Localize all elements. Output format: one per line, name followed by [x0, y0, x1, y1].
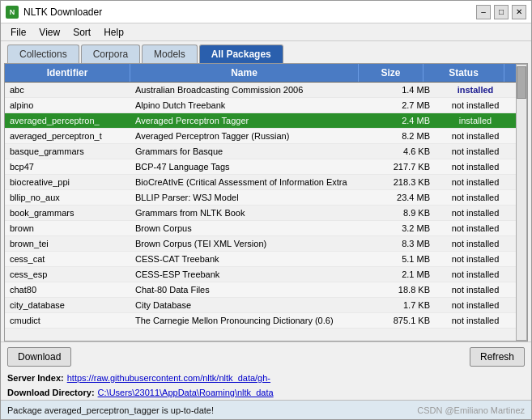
cell-name: Averaged Perceptron Tagger (Russian) — [130, 129, 370, 143]
cell-status: not installed — [435, 252, 516, 266]
cell-status: installed — [435, 83, 516, 97]
main-window: N NLTK Downloader – □ ✕ File View Sort H… — [0, 0, 532, 420]
scrollbar[interactable] — [516, 64, 527, 341]
download-dir-bar: Download Directory: C:\Users\23011\AppDa… — [1, 385, 531, 400]
table-row[interactable]: bllip_no_auxBLLIP Parser: WSJ Model23.4 … — [5, 190, 516, 206]
cell-size: 1.4 MB — [370, 83, 435, 97]
watermark: CSDN @Emiliano Martinez — [417, 405, 525, 415]
cell-status: not installed — [435, 98, 516, 112]
download-dir-path[interactable]: C:\Users\23011\AppData\Roaming\nltk_data — [98, 388, 274, 397]
menu-bar: File View Sort Help — [1, 23, 531, 41]
cell-status: not installed — [435, 221, 516, 235]
cell-size: 5.1 MB — [370, 252, 435, 266]
cell-identifier: biocreative_ppi — [5, 175, 130, 189]
tab-corpora[interactable]: Corpora — [81, 45, 140, 63]
cell-name: Brown Corpus (TEI XML Version) — [130, 236, 370, 251]
cell-name: Grammars from NLTK Book — [130, 206, 370, 220]
window-title: NLTK Downloader — [23, 6, 476, 18]
cell-status: not installed — [435, 206, 516, 220]
tab-collections[interactable]: Collections — [7, 45, 79, 63]
table-row[interactable]: cess_catCESS-CAT Treebank5.1 MBnot insta… — [5, 252, 516, 267]
cell-name: Chat-80 Data Files — [130, 282, 370, 297]
table-row[interactable]: abcAustralian Broadcasting Commission 20… — [5, 83, 516, 98]
scrollbar-thumb[interactable] — [517, 66, 526, 99]
cell-name: CESS-ESP Treebank — [130, 267, 370, 282]
table-row[interactable]: basque_grammarsGrammars for Basque4.6 KB… — [5, 144, 516, 159]
cell-status: not installed — [435, 267, 516, 282]
cell-identifier: brown_tei — [5, 236, 130, 251]
cell-identifier: cess_cat — [5, 252, 130, 266]
table-row[interactable]: biocreative_ppiBioCreAtIvE (Critical Ass… — [5, 175, 516, 190]
cell-name: BCP-47 Language Tags — [130, 159, 370, 174]
cell-identifier: basque_grammars — [5, 144, 130, 159]
download-button[interactable]: Download — [7, 347, 71, 367]
cell-name: BioCreAtIvE (Critical Assessment of Info… — [130, 175, 370, 189]
cell-status: not installed — [435, 129, 516, 143]
table-row[interactable]: city_databaseCity Database1.7 KBnot inst… — [5, 298, 516, 313]
table-row[interactable]: averaged_perceptron_Averaged Perceptron … — [5, 113, 516, 129]
table-row[interactable]: alpinoAlpino Dutch Treebank2.7 MBnot ins… — [5, 98, 516, 113]
window-controls: – □ ✕ — [476, 5, 526, 19]
table-row[interactable]: brown_teiBrown Corpus (TEI XML Version)8… — [5, 236, 516, 252]
server-index-url[interactable]: https://raw.githubusercontent.com/nltk/n… — [67, 373, 270, 383]
table-row[interactable]: averaged_perceptron_tAveraged Perceptron… — [5, 129, 516, 144]
cell-size: 8.3 MB — [370, 236, 435, 251]
cell-name: Alpino Dutch Treebank — [130, 98, 370, 112]
cell-size: 18.8 KB — [370, 282, 435, 297]
cell-size: 4.6 KB — [370, 144, 435, 159]
cell-name: Australian Broadcasting Commission 2006 — [130, 83, 370, 97]
minimize-button[interactable]: – — [476, 5, 491, 19]
table-row[interactable]: cess_espCESS-ESP Treebank2.1 MBnot insta… — [5, 267, 516, 282]
cell-identifier: book_grammars — [5, 206, 130, 220]
server-index-bar: Server Index: https://raw.githubusercont… — [1, 371, 531, 385]
header-size: Size — [359, 64, 423, 82]
tab-models[interactable]: Models — [142, 45, 198, 63]
maximize-button[interactable]: □ — [494, 5, 509, 19]
table-row[interactable]: bcp47BCP-47 Language Tags217.7 KBnot ins… — [5, 159, 516, 175]
refresh-button[interactable]: Refresh — [470, 347, 525, 367]
cell-status: not installed — [435, 236, 516, 251]
cell-identifier: cess_esp — [5, 267, 130, 282]
header-status: Status — [423, 64, 504, 82]
tab-all-packages[interactable]: All Packages — [199, 45, 283, 63]
cell-name: Brown Corpus — [130, 221, 370, 235]
server-index-label: Server Index: — [7, 373, 64, 383]
cell-status: not installed — [435, 298, 516, 312]
cell-size: 8.9 KB — [370, 206, 435, 220]
status-bar: Package averaged_perceptron_tagger is up… — [1, 400, 531, 419]
cell-identifier: abc — [5, 83, 130, 97]
cell-status: not installed — [435, 313, 516, 328]
table-container: Identifier Name Size Status abcAustralia… — [4, 63, 528, 342]
table-row[interactable]: book_grammarsGrammars from NLTK Book8.9 … — [5, 206, 516, 221]
cell-size: 23.4 MB — [370, 190, 435, 205]
cell-size: 2.4 MB — [370, 113, 435, 128]
tabs-bar: Collections Corpora Models All Packages — [1, 41, 531, 63]
table-row[interactable]: chat80Chat-80 Data Files18.8 KBnot insta… — [5, 282, 516, 298]
cell-status: not installed — [435, 159, 516, 174]
menu-help[interactable]: Help — [97, 25, 130, 40]
cell-size: 8.2 MB — [370, 129, 435, 143]
cell-status: not installed — [435, 190, 516, 205]
menu-sort[interactable]: Sort — [66, 25, 97, 40]
cell-name: Grammars for Basque — [130, 144, 370, 159]
status-message: Package averaged_perceptron_tagger is up… — [7, 405, 214, 415]
cell-status: not installed — [435, 175, 516, 189]
app-icon: N — [6, 6, 19, 19]
cell-size: 2.7 MB — [370, 98, 435, 112]
cell-identifier: averaged_perceptron_t — [5, 129, 130, 143]
table-header: Identifier Name Size Status — [5, 64, 516, 83]
cell-identifier: brown — [5, 221, 130, 235]
table-row[interactable]: brownBrown Corpus3.2 MBnot installed — [5, 221, 516, 236]
title-bar: N NLTK Downloader – □ ✕ — [1, 1, 531, 23]
cell-name: Averaged Perceptron Tagger — [130, 113, 370, 128]
cell-status: installed — [435, 113, 516, 128]
table-body[interactable]: abcAustralian Broadcasting Commission 20… — [5, 83, 516, 341]
close-button[interactable]: ✕ — [512, 5, 526, 19]
cell-name: City Database — [130, 298, 370, 312]
menu-file[interactable]: File — [4, 25, 32, 40]
menu-view[interactable]: View — [32, 25, 66, 40]
cell-name: BLLIP Parser: WSJ Model — [130, 190, 370, 205]
cell-status: not installed — [435, 282, 516, 297]
cell-size: 3.2 MB — [370, 221, 435, 235]
table-row[interactable]: cmudictThe Carnegie Mellon Pronouncing D… — [5, 313, 516, 329]
